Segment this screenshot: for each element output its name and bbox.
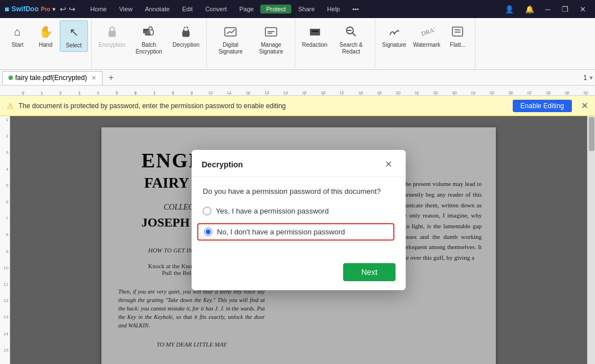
ribbon-flatten[interactable]: Flatt... [443,20,472,51]
ruler-mark: 6 [126,90,145,95]
ruler-mark: 24 [464,90,482,95]
menu-edit[interactable]: Edit [176,5,198,14]
vruler-mark: 15 [0,348,10,364]
ribbon-group-view: ⌂ Start ✋ Hand ↖ Select [0,18,92,69]
modal-overlay: Decryption ✕ Do you have a permission pa… [10,116,587,364]
tab-close-button[interactable]: ✕ [91,74,96,82]
modal-footer: Next [192,258,406,290]
ruler-mark: 14 [276,90,295,95]
ruler-mark: 28 [539,90,557,95]
ribbon: ⌂ Start ✋ Hand ↖ Select Encryption Batch… [0,18,595,70]
menu-protect[interactable]: Protect [260,5,291,14]
redo-button[interactable]: ↪ [69,5,76,14]
option-no-label[interactable]: No, I don't have a permission password [217,228,345,236]
vruler-mark: 10 [0,265,10,282]
ribbon-digital-signature[interactable]: Digital Signature [210,20,251,57]
svg-rect-13 [347,30,352,31]
ribbon-signature[interactable]: Signature [379,20,410,51]
start-icon: ⌂ [8,23,26,41]
scrollbar-thumb[interactable] [589,117,594,151]
select-label: Select [66,42,82,49]
account-icon[interactable]: 👤 [500,4,518,15]
menu-help[interactable]: Help [322,5,346,14]
select-icon: ↖ [65,23,83,41]
undo-button[interactable]: ↩ [60,5,66,14]
ruler-mark: 15 [295,90,313,95]
enable-editing-button[interactable]: Enable Editing [513,100,572,112]
decryption-label: Decryption [172,42,199,48]
maximize-button[interactable]: ❐ [557,4,573,15]
svg-line-12 [353,33,356,37]
signature-label: Signature [382,42,406,48]
encryption-icon [103,23,121,41]
modal-question: Do you have a permission password of thi… [203,187,394,196]
radio-no[interactable] [204,228,212,236]
menu-home[interactable]: Home [85,5,112,14]
option-no[interactable]: No, I don't have a permission password [197,223,394,241]
ribbon-start[interactable]: ⌂ Start [3,20,32,51]
vertical-scrollbar[interactable] [587,116,595,364]
vertical-ruler: 1 2 3 4 5 6 7 8 9 10 11 12 13 14 15 [0,116,10,364]
menu-convert[interactable]: Convert [199,5,233,14]
watermark-icon: DRAFT [418,23,436,41]
tab-status-dot [8,76,13,80]
ruler-mark: 17 [332,90,351,95]
decryption-icon [177,23,195,41]
ruler-mark: 13 [257,90,276,95]
app-logo: ■ SwifDooPro ▾ [5,5,55,14]
ruler-mark: 11 [220,90,238,95]
modal-close-button[interactable]: ✕ [381,158,396,171]
vruler-mark: 12 [0,298,10,314]
flatten-icon [449,23,467,41]
ribbon-watermark[interactable]: DRAFT Watermark [410,20,444,51]
hand-icon: ✋ [37,23,55,41]
menu-view[interactable]: View [113,5,138,14]
ribbon-decryption[interactable]: Decryption [169,20,203,51]
redaction-icon [306,23,324,41]
ruler-mark: 21 [407,90,426,95]
svg-text:DRAFT: DRAFT [420,24,434,37]
vruler-mark: 14 [0,331,10,348]
modal-header: Decryption ✕ [192,150,406,177]
minimize-button[interactable]: ─ [541,4,555,15]
batch-encryption-label: Batch Encryption [132,42,166,55]
menu-annotate[interactable]: Annotate [139,5,175,14]
next-button[interactable]: Next [343,263,396,281]
ribbon-select[interactable]: ↖ Select [60,20,88,52]
ruler-mark: 30 [576,90,595,95]
pdf-viewport: ENGLISH FAIRY TALES COLLECTED BY JOSEPH … [10,116,587,364]
ribbon-batch-encryption[interactable]: Batch Encryption [128,20,169,57]
notification-icon[interactable]: 🔔 [521,4,539,15]
vruler-mark: 5 [0,183,10,199]
ribbon-encryption[interactable]: Encryption [95,20,128,51]
svg-rect-10 [312,30,318,32]
ribbon-group-security: Encryption Batch Encryption Decryption [92,18,207,69]
warning-icon: ⚠ [7,101,14,110]
ribbon-manage-signature[interactable]: Manage Signature [251,20,291,57]
main-area: 1 2 3 4 5 6 7 8 9 10 11 12 13 14 15 ENGL… [0,116,595,364]
close-button[interactable]: ✕ [575,4,590,15]
ribbon-redaction[interactable]: Redaction [299,20,331,51]
logo-dropdown[interactable]: ▾ [52,6,55,12]
notification-close-button[interactable]: ✕ [581,100,588,111]
title-bar: ■ SwifDooPro ▾ ↩ ↪ Home View Annotate Ed… [0,0,595,18]
vruler-mark: 6 [0,199,10,216]
signature-icon [385,23,403,41]
radio-yes[interactable] [203,207,211,215]
menu-page[interactable]: Page [234,5,260,14]
ruler-mark: 19 [370,90,389,95]
ruler-mark: 2 [51,90,70,95]
redaction-label: Redaction [302,42,327,48]
notification-bar: ⚠ The document is protected by password,… [0,96,595,116]
option-yes[interactable]: Yes, I have a permission password [203,205,394,217]
ruler-mark: 9 [183,90,201,95]
option-yes-label[interactable]: Yes, I have a permission password [216,207,328,215]
ruler-mark: 7 [145,90,163,95]
menu-more[interactable]: ••• [347,5,365,14]
new-tab-button[interactable]: + [104,72,118,84]
tab-fairy-tale[interactable]: fairy tale.pdf(Encrypted) ✕ [2,71,103,85]
ribbon-search-redact[interactable]: Search & Redact [331,20,371,57]
ribbon-hand[interactable]: ✋ Hand [32,20,60,51]
menu-share[interactable]: Share [292,5,320,14]
ruler-mark: 22 [427,90,445,95]
